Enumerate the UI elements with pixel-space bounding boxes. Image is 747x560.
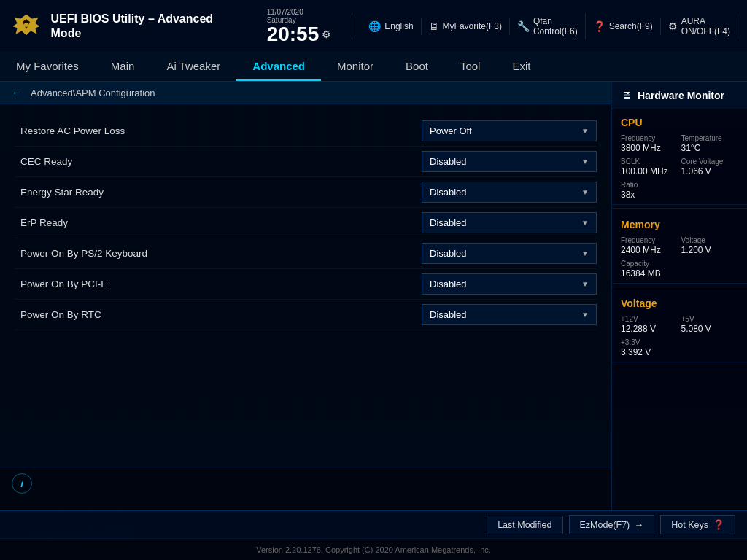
cpu-core-voltage: Core Voltage 1.066 V <box>681 158 739 176</box>
copyright-text: Version 2.20.1276. Copyright (C) 2020 Am… <box>256 545 491 554</box>
dropdown-arrow-1: ▼ <box>581 158 589 166</box>
toolbar-aura[interactable]: ⚙ AURA ON/OFF(F4) <box>661 13 738 39</box>
hw-divider-2 <box>612 287 747 287</box>
cpu-section-title: CPU <box>621 117 738 128</box>
sidebar-header: 🖥 Hardware Monitor <box>612 82 747 109</box>
hot-keys-button[interactable]: Hot Keys ❓ <box>660 515 735 534</box>
toolbar-myfavorite[interactable]: 🖥 MyFavorite(F3) <box>422 18 510 35</box>
dropdown-arrow-5: ▼ <box>581 280 589 288</box>
copyright-bar: Version 2.20.1276. Copyright (C) 2020 Am… <box>0 538 747 560</box>
qfan-icon: 🔧 <box>517 20 530 32</box>
setting-row-pci-e: Power On By PCI-E Disabled ▼ <box>15 269 597 300</box>
setting-label-erp-ready: ErP Ready <box>15 217 422 228</box>
dropdown-restore-ac[interactable]: Power Off ▼ <box>422 120 597 141</box>
nav-exit[interactable]: Exit <box>496 52 546 81</box>
clock-area: 11/07/2020Saturday 20:55 ⚙ <box>267 8 332 44</box>
setting-control-energy-star: Disabled ▼ <box>422 182 597 203</box>
voltage-3v3: +3.3V 3.392 V <box>621 338 678 357</box>
nav-monitor[interactable]: Monitor <box>321 52 390 81</box>
myfavorite-icon: 🖥 <box>429 20 439 32</box>
nav-ai-tweaker[interactable]: Ai Tweaker <box>150 52 236 81</box>
aura-icon: ⚙ <box>668 20 678 32</box>
setting-row-ps2-keyboard: Power On By PS/2 Keyboard Disabled ▼ <box>15 238 597 269</box>
memory-frequency: Frequency 2400 MHz <box>621 236 678 255</box>
language-icon: 🌐 <box>368 20 381 32</box>
dropdown-arrow-0: ▼ <box>581 127 589 135</box>
toolbar-search[interactable]: ❓ Search(F9) <box>586 18 661 35</box>
breadcrumb: ← Advanced\APM Configuration <box>0 82 611 104</box>
nav-advanced[interactable]: Advanced <box>236 52 321 81</box>
toolbar-qfan[interactable]: 🔧 Qfan Control(F6) <box>510 13 586 39</box>
dropdown-cec-ready[interactable]: Disabled ▼ <box>422 151 597 172</box>
status-bar: Last Modified EzMode(F7) → Hot Keys ❓ <box>0 510 747 538</box>
setting-control-restore-ac: Power Off ▼ <box>422 120 597 141</box>
dropdown-rtc[interactable]: Disabled ▼ <box>422 304 597 325</box>
toolbar-language[interactable]: 🌐 English <box>361 18 421 35</box>
setting-row-energy-star: Energy Star Ready Disabled ▼ <box>15 177 597 208</box>
nav-bar: My Favorites Main Ai Tweaker Advanced Mo… <box>0 52 747 82</box>
ez-mode-icon: → <box>634 519 643 530</box>
nav-boot[interactable]: Boot <box>390 52 444 81</box>
dropdown-arrow-6: ▼ <box>581 311 589 319</box>
title-area: UEFI BIOS Utility – Advanced Mode <box>51 12 245 39</box>
nav-main[interactable]: Main <box>95 52 151 81</box>
dropdown-energy-star[interactable]: Disabled ▼ <box>422 182 597 203</box>
svg-point-0 <box>24 23 28 27</box>
setting-control-ps2-keyboard: Disabled ▼ <box>422 243 597 264</box>
memory-grid: Frequency 2400 MHz Voltage 1.200 V Capac… <box>621 236 738 279</box>
asus-logo <box>9 12 44 41</box>
cpu-temperature: Temperature 31°C <box>681 134 739 153</box>
settings-list: Restore AC Power Loss Power Off ▼ CEC Re… <box>0 104 611 467</box>
setting-control-pci-e: Disabled ▼ <box>422 273 597 295</box>
cpu-grid: Frequency 3800 MHz Temperature 31°C BCLK… <box>621 134 738 200</box>
nav-my-favorites[interactable]: My Favorites <box>0 52 95 81</box>
back-button[interactable]: ← <box>12 87 22 98</box>
hardware-monitor-sidebar: 🖥 Hardware Monitor CPU Frequency 3800 MH… <box>611 82 747 510</box>
setting-label-ps2-keyboard: Power On By PS/2 Keyboard <box>15 248 422 259</box>
setting-row-restore-ac: Restore AC Power Loss Power Off ▼ <box>15 116 597 147</box>
hot-keys-icon: ❓ <box>713 519 724 530</box>
voltage-12v: +12V 12.288 V <box>621 315 678 334</box>
monitor-icon: 🖥 <box>621 89 632 101</box>
cpu-bclk: BCLK 100.00 MHz <box>621 158 678 176</box>
voltage-section-title: Voltage <box>621 298 738 309</box>
memory-section: Memory Frequency 2400 MHz Voltage 1.200 … <box>612 211 747 284</box>
ez-mode-button[interactable]: EzMode(F7) → <box>569 515 655 534</box>
setting-label-energy-star: Energy Star Ready <box>15 187 422 198</box>
hardware-monitor-title: Hardware Monitor <box>638 90 724 101</box>
cpu-ratio: Ratio 38x <box>621 181 678 200</box>
last-modified-button[interactable]: Last Modified <box>487 516 562 534</box>
setting-label-rtc: Power On By RTC <box>15 309 422 320</box>
setting-label-pci-e: Power On By PCI-E <box>15 279 422 289</box>
voltage-section: Voltage +12V 12.288 V +5V 5.080 V +3.3V … <box>612 290 747 362</box>
main-panel: ← Advanced\APM Configuration Restore AC … <box>0 82 611 510</box>
info-area: i <box>0 467 611 510</box>
memory-section-title: Memory <box>621 219 738 230</box>
time-display: 20:55 <box>267 24 320 44</box>
cpu-section: CPU Frequency 3800 MHz Temperature 31°C … <box>612 109 747 205</box>
cpu-frequency: Frequency 3800 MHz <box>621 134 678 153</box>
dropdown-ps2-keyboard[interactable]: Disabled ▼ <box>422 243 597 264</box>
date-display: 11/07/2020Saturday <box>267 8 303 24</box>
setting-control-erp-ready: Disabled ▼ <box>422 212 597 233</box>
setting-label-restore-ac: Restore AC Power Loss <box>15 125 422 136</box>
top-bar-divider <box>352 13 352 39</box>
logo-area: UEFI BIOS Utility – Advanced Mode <box>9 12 245 41</box>
hw-divider-1 <box>612 208 747 209</box>
dropdown-arrow-2: ▼ <box>581 188 589 196</box>
toolbar-items: 🌐 English 🖥 MyFavorite(F3) 🔧 Qfan Contro… <box>361 13 738 39</box>
dropdown-pci-e[interactable]: Disabled ▼ <box>422 273 597 295</box>
info-icon: i <box>12 473 32 494</box>
memory-capacity: Capacity 16384 MB <box>621 260 738 279</box>
voltage-5v: +5V 5.080 V <box>681 315 739 334</box>
search-icon: ❓ <box>593 20 605 32</box>
status-actions: Last Modified EzMode(F7) → Hot Keys ❓ <box>481 515 735 534</box>
top-bar: UEFI BIOS Utility – Advanced Mode 11/07/… <box>0 0 747 52</box>
dropdown-erp-ready[interactable]: Disabled ▼ <box>422 212 597 233</box>
memory-voltage: Voltage 1.200 V <box>681 236 739 255</box>
setting-control-cec-ready: Disabled ▼ <box>422 151 597 172</box>
time-settings-icon[interactable]: ⚙ <box>322 28 331 40</box>
setting-row-cec-ready: CEC Ready Disabled ▼ <box>15 147 597 177</box>
nav-tool[interactable]: Tool <box>444 52 497 81</box>
bios-title: UEFI BIOS Utility – Advanced Mode <box>51 12 245 39</box>
